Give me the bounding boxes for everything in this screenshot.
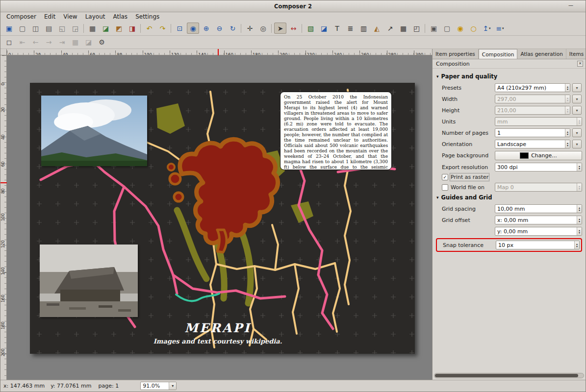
presets-combo[interactable]: A4 (210x297 mm) ▴▾	[495, 83, 570, 92]
text-callout-item[interactable]: On 25 October 2010 the Indonesian govern…	[280, 92, 392, 170]
align-items-button[interactable]: ≡▾	[494, 23, 506, 34]
menu-item[interactable]: View	[59, 13, 81, 21]
print-button[interactable]: ▦	[86, 23, 99, 34]
grid-offset-x-spinbox[interactable]: x: 0,00 mm ▴▾	[495, 216, 582, 224]
cursor-y-coordinate: y: 77.0761 mm	[51, 383, 91, 389]
spinner-arrows-icon[interactable]: ▴▾	[577, 216, 582, 224]
add-html-frame-button[interactable]: ◰	[410, 23, 423, 34]
new-composition-button[interactable]: ▢	[16, 23, 28, 34]
combo-arrows-icon[interactable]: ▴▾	[565, 84, 570, 92]
spinner-arrows-icon[interactable]: ▴▾	[577, 163, 582, 171]
spinner-arrows-icon[interactable]: ▴▾	[565, 129, 570, 137]
composition-page[interactable]: On 25 October 2010 the Indonesian govern…	[30, 83, 415, 354]
spinner-arrows-icon[interactable]: ▴▾	[577, 205, 582, 213]
orientation-combo[interactable]: Landscape ▴▾	[495, 140, 570, 148]
data-defined-override-button[interactable]: ▾	[572, 83, 582, 92]
unlock-items-button[interactable]: ○	[467, 23, 480, 34]
page-background-change-button[interactable]: Change...	[495, 151, 582, 160]
titlebar[interactable]: Composer 2 —	[0, 0, 586, 12]
add-shape-button[interactable]: ◭	[371, 23, 383, 34]
spinner-arrows-icon[interactable]: ▴▾	[574, 241, 579, 249]
toolbar-separator	[423, 23, 427, 34]
export-as-svg-button[interactable]: ◩	[113, 23, 125, 34]
align-items-button-dropdown[interactable]: ▾	[502, 26, 504, 30]
map-subtitle-label[interactable]: Images and text courtesy wikipedia.	[120, 338, 316, 345]
data-defined-override-button[interactable]: ▾	[572, 106, 582, 115]
lock-items-button[interactable]: ◉	[454, 23, 466, 34]
panel-horizontal-scrollbar[interactable]	[434, 373, 584, 378]
print-as-raster-checkbox[interactable]: ✓ Print as raster	[442, 174, 582, 180]
atlas-last-feature-button[interactable]: ⇥	[56, 37, 68, 48]
add-attribute-table-button[interactable]: ▦	[397, 23, 409, 34]
add-scalebar-button[interactable]: ▥	[357, 23, 370, 34]
select-move-item-button[interactable]: ➤	[274, 23, 286, 34]
spinner-arrows-icon[interactable]: ▴▾	[577, 227, 582, 235]
export-atlas-button[interactable]: ◪	[82, 37, 95, 48]
zoom-actual-size-button[interactable]: ◉	[187, 23, 199, 34]
composition-canvas[interactable]: 0204060801001201401601802002202402602803…	[0, 49, 432, 380]
section-guides-and-grid[interactable]: ▾ Guides and Grid	[436, 194, 582, 201]
zoom-in-button[interactable]: ⊕	[200, 23, 212, 34]
add-arrow-button[interactable]: ↗	[384, 23, 396, 34]
move-item-content-button[interactable]: ↔	[287, 23, 300, 34]
minimize-button[interactable]: —	[567, 2, 575, 9]
merapi-volcano-photo[interactable]	[41, 96, 147, 166]
zoom-out-button[interactable]: ⊖	[213, 23, 226, 34]
add-label-button[interactable]: T	[331, 23, 343, 34]
add-legend-button[interactable]: ≣	[344, 23, 357, 34]
number-of-pages-spinbox[interactable]: 1 ▴▾	[495, 128, 570, 137]
combo-arrows-icon[interactable]: ▴▾	[565, 140, 570, 148]
undo-button-icon: ↶	[147, 25, 153, 32]
pan-tool-button[interactable]: ✛	[244, 23, 256, 34]
add-new-map-button[interactable]: ▧	[305, 23, 317, 34]
zoom-dropdown-arrow-icon[interactable]: ▾	[169, 382, 176, 390]
data-defined-override-button[interactable]: ▾	[572, 95, 582, 103]
scrollbar-thumb[interactable]	[435, 374, 578, 377]
tab-items[interactable]: Items	[566, 49, 586, 59]
save-project-button[interactable]: ▣	[3, 23, 15, 34]
tab-composition[interactable]: Composition	[479, 49, 518, 59]
load-from-template-button[interactable]: ◱	[56, 23, 68, 34]
atlas-first-feature-button[interactable]: ⇤	[16, 37, 28, 48]
zoom-full-button[interactable]: ⊡	[174, 23, 186, 34]
grid-offset-y-spinbox[interactable]: y: 0,00 mm ▴▾	[495, 227, 582, 236]
callout-text: On 25 October 2010 the Indonesian govern…	[284, 95, 388, 170]
export-as-pdf-button[interactable]: ◨	[126, 23, 138, 34]
tab-atlas-generation[interactable]: Atlas generation	[517, 49, 566, 59]
undo-button[interactable]: ↶	[143, 23, 155, 34]
raise-items-button[interactable]: ↥▾	[481, 23, 493, 34]
export-resolution-spinbox[interactable]: 300 dpi ▴▾	[495, 163, 582, 172]
raise-items-button-dropdown[interactable]: ▾	[489, 26, 491, 30]
atlas-settings-button[interactable]: ⚙	[96, 37, 108, 48]
add-image-button[interactable]: ◪	[318, 23, 330, 34]
snap-tolerance-spinbox[interactable]: 10 px ▴▾	[496, 241, 580, 249]
world-file-checkbox[interactable]: World file on	[442, 184, 493, 191]
group-items-button[interactable]: ▣	[428, 23, 440, 34]
menu-item[interactable]: Layout	[81, 13, 109, 21]
zoom-tool-button[interactable]: ◎	[257, 23, 269, 34]
map-title-label[interactable]: MERAPI	[120, 321, 316, 335]
print-atlas-button[interactable]: ▦	[69, 37, 81, 48]
section-paper-and-quality[interactable]: ▾ Paper and quality	[436, 73, 582, 80]
ungroup-items-button[interactable]: ▢	[441, 23, 453, 34]
composer-manager-button[interactable]: ▤	[43, 23, 55, 34]
grid-spacing-spinbox[interactable]: 10,00 mm ▴▾	[495, 204, 582, 213]
export-as-image-button[interactable]: ◪	[100, 23, 112, 34]
panel-close-button[interactable]: ✕	[577, 61, 583, 67]
destroyed-house-photo[interactable]	[40, 245, 138, 317]
duplicate-composition-button[interactable]: ◫	[29, 23, 42, 34]
menu-item[interactable]: Atlas	[109, 13, 131, 21]
save-as-template-button[interactable]: ◲	[69, 23, 81, 34]
tab-item-properties[interactable]: Item properties	[433, 49, 479, 59]
preview-atlas-button[interactable]: ◻	[3, 37, 15, 48]
menu-item[interactable]: Edit	[40, 13, 59, 21]
atlas-previous-feature-button[interactable]: ←	[29, 37, 42, 48]
menu-item[interactable]: Settings	[131, 13, 163, 21]
data-defined-override-button[interactable]: ▾	[572, 140, 582, 148]
atlas-next-feature-button[interactable]: →	[43, 37, 55, 48]
refresh-view-button[interactable]: ↻	[227, 23, 239, 34]
redo-button[interactable]: ↷	[156, 23, 169, 34]
zoom-level-combo[interactable]: 91.0% ▾	[140, 382, 177, 390]
data-defined-override-button[interactable]: ▾	[572, 128, 582, 137]
menu-item[interactable]: Composer	[2, 13, 40, 21]
